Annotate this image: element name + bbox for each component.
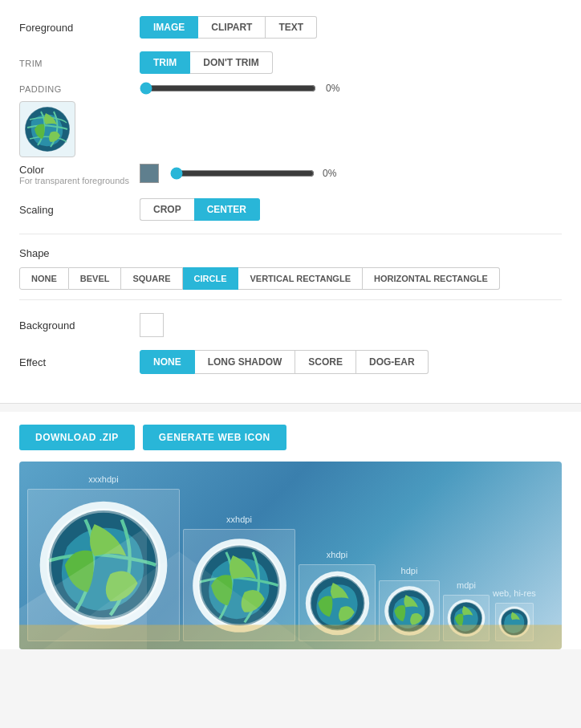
xxxhdpi-label: xxxhdpi [88, 474, 118, 484]
color-swatch[interactable] [140, 164, 159, 183]
color-row: Color For transparent foregrounds 0% [19, 164, 562, 185]
foreground-preview [19, 101, 75, 157]
web-hires-label: web, hi-res [493, 588, 536, 598]
download-zip-button[interactable]: DOWNLOAD .ZIP [19, 425, 135, 450]
effect-label: Effect [19, 356, 140, 368]
padding-row: PADDING 0% [19, 82, 562, 95]
xxhdpi-icon [189, 535, 290, 636]
action-buttons: DOWNLOAD .ZIP GENERATE WEB ICON [19, 425, 562, 450]
shape-vrect-button[interactable]: VERTICAL RECTANGLE [238, 267, 363, 290]
xhdpi-icon [303, 569, 372, 637]
trim-button[interactable]: TRIM [140, 51, 190, 74]
dont-trim-button[interactable]: DON'T TRIM [190, 51, 273, 74]
padding-slider-container: 0% [140, 82, 339, 95]
shape-group: NONE BEVEL SQUARE CIRCLE VERTICAL RECTAN… [19, 267, 562, 290]
hdpi-label: hdpi [401, 566, 418, 575]
padding-value: 0% [326, 83, 339, 94]
shape-none-button[interactable]: NONE [19, 267, 69, 290]
scaling-row: Scaling CROP CENTER [19, 198, 562, 221]
shape-circle-button[interactable]: CIRCLE [183, 267, 239, 290]
trim-group: TRIM DON'T TRIM [140, 51, 273, 74]
preview-mdpi: mdpi [443, 580, 490, 641]
padding-slider[interactable] [140, 82, 316, 95]
effect-group: NONE LONG SHADOW SCORE DOG-EAR [140, 350, 429, 374]
color-title: Color [19, 164, 140, 176]
bottom-panel: DOWNLOAD .ZIP GENERATE WEB ICON xxxhdpi [0, 412, 581, 649]
preview-container: xxxhdpi [19, 462, 562, 649]
effect-dogear-button[interactable]: DOG-EAR [356, 350, 429, 374]
mdpi-label: mdpi [457, 580, 476, 590]
foreground-section: Foreground IMAGE CLIPART TEXT [19, 16, 562, 39]
preview-grid: xxxhdpi [27, 474, 554, 641]
web-hires-icon [498, 605, 531, 639]
globe-icon [23, 105, 71, 153]
effect-longshadow-button[interactable]: LONG SHADOW [195, 350, 296, 374]
xxhdpi-label: xxhdpi [226, 514, 252, 524]
preview-hdpi: hdpi [379, 566, 440, 641]
center-button[interactable]: CENTER [194, 198, 260, 221]
clipart-button[interactable]: CLIPART [198, 16, 266, 39]
effect-row: Effect NONE LONG SHADOW SCORE DOG-EAR [19, 350, 562, 374]
preview-xhdpi: xhdpi [299, 550, 376, 641]
mdpi-icon [446, 598, 486, 638]
color-subtitle: For transparent foregrounds [19, 176, 140, 185]
preview-xxxhdpi: xxxhdpi [27, 474, 180, 641]
xxxhdpi-icon [35, 497, 172, 633]
text-button[interactable]: TEXT [266, 16, 317, 39]
xhdpi-label: xhdpi [327, 550, 347, 559]
effect-score-button[interactable]: SCORE [295, 350, 356, 374]
preview-web-hires: web, hi-res [493, 588, 536, 641]
trim-label: TRIM [19, 59, 43, 68]
crop-button[interactable]: CROP [140, 198, 194, 221]
generate-web-icon-button[interactable]: GENERATE WEB ICON [143, 425, 286, 450]
scaling-group: CROP CENTER [140, 198, 260, 221]
preview-xxhdpi: xxhdpi [183, 514, 295, 641]
trim-row: TRIM TRIM DON'T TRIM [19, 51, 562, 74]
effect-none-button[interactable]: NONE [140, 350, 195, 374]
shape-label: Shape [19, 247, 562, 259]
foreground-type-group: IMAGE CLIPART TEXT [140, 16, 317, 39]
hdpi-icon [383, 584, 436, 637]
shape-hrect-button[interactable]: HORIZONTAL RECTANGLE [363, 267, 500, 290]
background-swatch[interactable] [140, 313, 164, 337]
foreground-label: Foreground [19, 22, 140, 34]
background-label: Background [19, 319, 140, 331]
scaling-label: Scaling [19, 204, 140, 216]
padding-label: PADDING [19, 84, 62, 94]
color-opacity-slider[interactable] [170, 167, 315, 180]
image-button[interactable]: IMAGE [140, 16, 198, 39]
shape-bevel-button[interactable]: BEVEL [69, 267, 122, 290]
background-row: Background [19, 313, 562, 337]
color-opacity-value: 0% [323, 168, 336, 179]
shape-square-button[interactable]: SQUARE [121, 267, 182, 290]
